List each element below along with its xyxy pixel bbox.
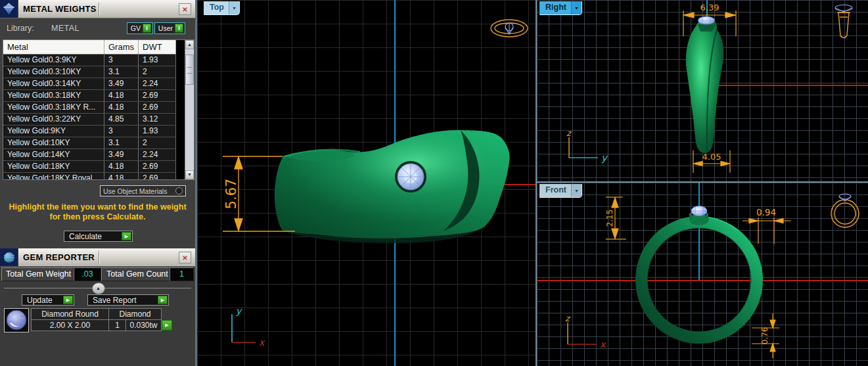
total-gem-weight-value: .03 — [74, 267, 101, 281]
metal-table-row[interactable]: Yellow Gold:18KY Royal 4.18 2.69 — [3, 173, 176, 180]
viewport-tab-top[interactable]: Top ▼ — [204, 1, 240, 15]
svg-text:y: y — [236, 306, 242, 316]
header-divider — [99, 251, 100, 263]
gem-reporter-panel: GEM REPORTER ✕ Total Gem Weight .03 Tota… — [0, 248, 195, 366]
grams-cell: 3.49 — [104, 149, 139, 160]
collapse-icon[interactable]: ▲ — [92, 283, 105, 294]
dwt-cell: 1.93 — [139, 55, 176, 66]
axis-indicator-top: y x — [214, 304, 269, 351]
metal-table-row[interactable]: Yellow Gold:9KY 3 1.93 — [3, 126, 176, 137]
panel-title: GEM REPORTER — [18, 252, 95, 262]
metal-table-row[interactable]: Yellow Gold0.3:18KY 4.18 2.69 — [3, 90, 176, 102]
metal-table-row[interactable]: Yellow Gold0.3:10KY 3.1 2 — [3, 66, 176, 78]
dwt-cell: 2.69 — [139, 173, 176, 180]
metal-table-row[interactable]: Yellow Gold0.3:9KY 3 1.93 — [3, 55, 176, 66]
wireframe-ring-front-glyph[interactable] — [828, 189, 861, 230]
column-header-dwt: DWT — [139, 40, 176, 54]
scroll-up-icon[interactable]: ▲ — [185, 40, 194, 49]
metal-table-row[interactable]: Yellow Gold0.3:22KY 4.85 3.12 — [3, 114, 176, 126]
total-gem-count-label: Total Gem Count — [101, 267, 170, 281]
dimension-top-width-front: 0.94 — [741, 207, 794, 248]
gem-thumbnail — [4, 308, 29, 332]
scroll-down-icon[interactable]: ▼ — [185, 170, 194, 179]
close-icon[interactable]: ✕ — [179, 252, 191, 263]
dwt-cell: 2.69 — [139, 102, 176, 113]
chevron-down-icon[interactable]: ▼ — [571, 1, 582, 14]
svg-text:0.94: 0.94 — [756, 207, 776, 217]
metal-table-row[interactable]: Yellow Gold0.3:14KY 3.49 2.24 — [3, 78, 176, 90]
play-icon: ▶ — [63, 296, 73, 304]
metal-cell: Yellow Gold:10KY — [3, 137, 104, 149]
grams-cell: 4.85 — [104, 114, 139, 125]
radio-icon[interactable] — [175, 187, 183, 194]
metal-weights-header[interactable]: METAL WEIGHTS ✕ — [0, 0, 195, 18]
viewport-tab-right[interactable]: Right ▼ — [539, 1, 582, 15]
user-toggle-button[interactable]: User I — [154, 22, 185, 34]
save-report-button[interactable]: Save Report ▶ — [87, 294, 169, 306]
metal-cell: Yellow Gold0.3:18KY — [3, 90, 104, 101]
svg-text:x: x — [259, 337, 265, 348]
viewport-tab-front[interactable]: Front ▼ — [539, 184, 582, 198]
metal-table-row[interactable]: Yellow Gold0.3:18KY R... 4.18 2.69 — [3, 102, 176, 114]
metal-table-row[interactable]: Yellow Gold:18KY 4.18 2.69 — [3, 161, 176, 173]
instruction-text: Highlight the item you want to find the … — [4, 202, 191, 222]
metal-cell: Yellow Gold0.3:10KY — [3, 66, 104, 78]
chevron-down-icon[interactable]: ▼ — [229, 1, 239, 14]
metal-table-row[interactable]: Yellow Gold:14KY 3.49 2.24 — [3, 149, 176, 161]
close-icon[interactable]: ✕ — [179, 3, 191, 15]
gem-row-play-icon[interactable]: ▶ — [162, 320, 172, 331]
metal-cell: Yellow Gold0.3:14KY — [3, 78, 104, 89]
metal-cell: Yellow Gold:14KY — [3, 149, 104, 160]
svg-text:2.15: 2.15 — [605, 210, 614, 227]
gem-info-table: Diamond Round Diamond 2.00 X 2.00 1 0.03… — [31, 308, 173, 331]
gem-reporter-header[interactable]: GEM REPORTER ✕ — [0, 248, 195, 267]
wireframe-ring-top-glyph[interactable] — [489, 16, 530, 41]
metal-cell: Yellow Gold0.3:9KY — [3, 55, 104, 66]
grams-cell: 3.49 — [104, 78, 139, 89]
gem-name: Diamond Round — [31, 308, 109, 320]
metal-cell: Yellow Gold0.3:18KY R... — [3, 102, 104, 113]
metal-table-body: Yellow Gold0.3:9KY 3 1.93 Yellow Gold0.3… — [3, 55, 176, 180]
viewport-front[interactable]: 2.15 0.94 0.76 — [537, 183, 868, 366]
gv-toggle-button[interactable]: GV I — [127, 22, 153, 34]
gem-count: 1 — [108, 319, 126, 331]
dimension-gem-height: 2.15 — [597, 188, 626, 250]
library-label: Library: — [7, 24, 34, 33]
use-object-materials-toggle[interactable]: Use Object Materials — [100, 185, 186, 196]
metal-table-row[interactable]: Yellow Gold:10KY 3.1 2 — [3, 137, 176, 149]
dwt-cell: 2.24 — [139, 78, 176, 89]
dimension-top-width: 6.39 — [677, 2, 742, 40]
gem-total-weight: 0.030tw — [126, 319, 162, 331]
library-row: Library: METAL GV I User I — [0, 24, 195, 35]
scrollbar-thumb[interactable] — [185, 55, 194, 85]
gem-totals-row: Total Gem Weight .03 Total Gem Count 1 — [1, 267, 194, 281]
metal-weights-icon — [0, 0, 18, 18]
metal-cell: Yellow Gold0.3:22KY — [3, 114, 104, 125]
construction-line-horizontal — [707, 85, 868, 86]
metal-table-header: Metal Grams DWT — [3, 40, 176, 55]
svg-text:5.67: 5.67 — [223, 179, 239, 210]
dimension-height: 5.67 — [220, 150, 299, 237]
svg-text:x: x — [600, 339, 606, 350]
gv-indicator: I — [143, 24, 151, 33]
ring-model-top[interactable] — [268, 122, 518, 246]
column-header-metal: Metal — [3, 40, 104, 54]
total-gem-weight-label: Total Gem Weight — [1, 267, 74, 281]
viewport-right[interactable]: 6.39 4.05 z y Right ▼ — [537, 0, 868, 181]
axis-indicator-right: z y — [559, 129, 611, 166]
metal-weights-panel: METAL WEIGHTS ✕ Library: METAL GV I User… — [0, 0, 195, 248]
svg-text:y: y — [601, 152, 608, 164]
chevron-down-icon[interactable]: ▼ — [571, 184, 582, 197]
play-icon: ▶ — [158, 296, 168, 304]
viewport-top[interactable]: 5.67 y x Top ▼ — [197, 0, 536, 366]
collapse-divider: ▲ — [4, 283, 191, 294]
table-scrollbar[interactable]: ▲ ▼ — [185, 40, 194, 179]
svg-text:6.39: 6.39 — [700, 3, 720, 12]
gem-type: Diamond — [108, 308, 162, 320]
header-divider — [99, 3, 100, 15]
calculate-button[interactable]: Calculate ▶ — [64, 231, 133, 242]
dwt-cell: 3.12 — [139, 114, 176, 125]
update-button[interactable]: Update ▶ — [22, 294, 74, 306]
wireframe-setting-glyph[interactable] — [829, 3, 859, 43]
svg-text:z: z — [566, 129, 572, 138]
